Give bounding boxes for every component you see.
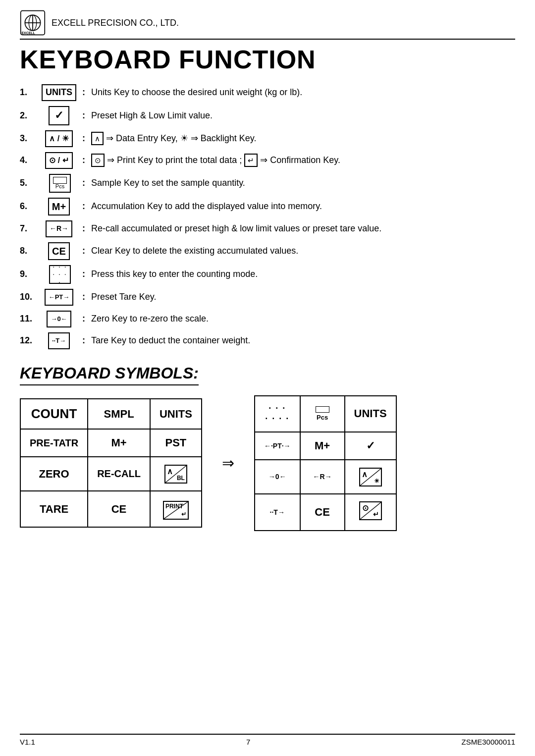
cell-tare-r: ··T→ — [255, 494, 300, 531]
caret-bl-r-key: ∧ ☀ — [359, 468, 382, 486]
key-wedge-backlight: ∧ / ☀ — [38, 130, 82, 147]
symbols-section: KEYBOARD SYMBOLS: COUNT SMPL UNITS PRE-T… — [20, 364, 515, 531]
company-name: EXCELL PRECISION CO., LTD. — [52, 18, 179, 28]
cell-recall-r: ←R→ — [300, 460, 345, 494]
key-dots: · · ·· · · · — [38, 265, 82, 284]
colon-1: : — [82, 86, 85, 99]
function-item-5: 5. Pcs : Sample Key to set the sample qu… — [20, 174, 515, 193]
symbols-tables: COUNT SMPL UNITS PRE-TATR M+ PST ZERO RE… — [20, 395, 515, 531]
key-tare: ··T→ — [38, 332, 82, 349]
key-preset-tare: ←PT→ — [38, 289, 82, 306]
zero-symbol: →0← — [264, 473, 291, 481]
cell-dots-r: · · ·· · · · — [255, 396, 300, 432]
desc-2: Preset High & Low Limit value. — [91, 109, 515, 122]
key-zero: →0← — [38, 311, 82, 327]
cell-smpl: SMPL — [88, 399, 150, 429]
cell-units-r: UNITS — [345, 396, 396, 432]
colon-9: : — [82, 268, 85, 280]
table-row: ··T→ CE ⊙ ↵ — [255, 494, 396, 531]
cell-ce-l: CE — [88, 491, 150, 527]
function-item-6: 6. M+ : Accumulation Key to add the disp… — [20, 198, 515, 216]
desc-5: Sample Key to set the sample quantity. — [91, 177, 515, 189]
key-mplus: M+ — [38, 198, 82, 216]
enter-label: ↵ — [181, 511, 186, 518]
item-num-5: 5. — [20, 177, 38, 189]
function-item-2: 2. ✓ : Preset High & Low Limit value. — [20, 106, 515, 125]
dots-symbol: · · ·· · · · — [264, 403, 291, 425]
key-ce: CE — [38, 242, 82, 260]
table-row: · · ·· · · · Pcs UNITS — [255, 396, 396, 432]
tare-symbol: ··T→ — [264, 508, 291, 516]
footer: V1.1 7 ZSME30000011 — [20, 734, 515, 746]
function-item-11: 11. →0← : Zero Key to re-zero the scale. — [20, 311, 515, 327]
table-row: →0← ←R→ ∧ ☀ — [255, 460, 396, 494]
desc-9: Press this key to enter the counting mod… — [91, 268, 515, 280]
colon-2: : — [82, 109, 85, 122]
enter-r-icon: ↵ — [373, 510, 379, 518]
bl-caret-key: ∧ BL — [164, 465, 187, 484]
function-item-8: 8. CE : Clear Key to delete the existing… — [20, 242, 515, 260]
excell-logo-icon: EXCELL — [20, 10, 46, 36]
cell-ce-r: CE — [300, 494, 345, 531]
colon-12: : — [82, 334, 85, 347]
desc-4: ⊙ ⇒ Print Key to print the total data ; … — [91, 154, 515, 167]
cell-units-l: UNITS — [150, 399, 202, 429]
item-num-8: 8. — [20, 245, 38, 257]
cell-pst: PST — [150, 429, 202, 457]
pcs-label: Pcs — [317, 414, 328, 421]
colon-7: : — [82, 222, 85, 235]
print-enter-key: PRINT ↵ — [163, 501, 189, 520]
colon-10: : — [82, 291, 85, 303]
desc-10: Preset Tare Key. — [91, 291, 515, 303]
pcs-box — [316, 406, 329, 413]
symbols-title: KEYBOARD SYMBOLS: — [20, 364, 199, 385]
item-num-2: 2. — [20, 109, 38, 122]
bl-label: BL — [177, 475, 185, 482]
cell-recall-l: RE-CALL — [88, 457, 150, 491]
desc-3: ∧ ⇒ Data Entry Key, ☀ ⇒ Backlight Key. — [91, 132, 515, 145]
cell-slash-r: ✓ — [345, 432, 396, 460]
cell-tare-l: TARE — [20, 491, 88, 527]
cell-mplus-l: M+ — [88, 429, 150, 457]
item-num-1: 1. — [20, 86, 38, 99]
pt-symbol: ←·PT·→ — [264, 442, 291, 450]
key-units: UNITS — [38, 84, 82, 101]
item-num-12: 12. — [20, 334, 38, 347]
table-row: PRE-TATR M+ PST — [20, 429, 202, 457]
function-item-12: 12. ··T→ : Tare Key to deduct the contai… — [20, 332, 515, 349]
item-num-3: 3. — [20, 132, 38, 145]
desc-12: Tare Key to deduct the container weight. — [91, 334, 515, 347]
cell-zero-r: →0← — [255, 460, 300, 494]
sun-icon: ☀ — [374, 478, 379, 485]
pcs-symbol: Pcs — [310, 406, 335, 421]
key-recall: ←R→ — [38, 220, 82, 237]
footer-docnum: ZSME30000011 — [462, 738, 515, 746]
colon-6: : — [82, 200, 85, 213]
item-num-11: 11. — [20, 313, 38, 325]
desc-1: Units Key to choose the desired unit wei… — [91, 86, 515, 99]
cell-mplus-r: M+ — [300, 432, 345, 460]
cell-caret-bl-r: ∧ ☀ — [345, 460, 396, 494]
cell-print-enter: PRINT ↵ — [150, 491, 202, 527]
desc-7: Re-call accumulated or preset high & low… — [91, 222, 515, 235]
key-circle-enter: ⊙ / ↵ — [38, 152, 82, 169]
item-num-4: 4. — [20, 154, 38, 166]
cell-pt-r: ←·PT·→ — [255, 432, 300, 460]
item-num-10: 10. — [20, 291, 38, 303]
desc-11: Zero Key to re-zero the scale. — [91, 313, 515, 325]
header: EXCELL EXCELL PRECISION CO., LTD. — [20, 10, 515, 40]
desc-6: Accumulation Key to add the displayed va… — [91, 200, 515, 213]
page-title: KEYBOARD FUNCTION — [20, 45, 515, 74]
table-row: COUNT SMPL UNITS — [20, 399, 202, 429]
function-item-3: 3. ∧ / ☀ : ∧ ⇒ Data Entry Key, ☀ ⇒ Backl… — [20, 130, 515, 147]
footer-version: V1.1 — [20, 738, 35, 746]
desc-8: Clear Key to delete the existing accumul… — [91, 245, 515, 257]
function-item-9: 9. · · ·· · · · : Press this key to ente… — [20, 265, 515, 284]
table-row: ZERO RE-CALL ∧ BL — [20, 457, 202, 491]
colon-3: : — [82, 132, 85, 145]
svg-text:EXCELL: EXCELL — [21, 31, 35, 35]
cell-circ-enter-r: ⊙ ↵ — [345, 494, 396, 531]
circ-enter-r-key: ⊙ ↵ — [359, 501, 382, 520]
right-symbol-table: · · ·· · · · Pcs UNITS — [254, 395, 397, 531]
table-row: ←·PT·→ M+ ✓ — [255, 432, 396, 460]
